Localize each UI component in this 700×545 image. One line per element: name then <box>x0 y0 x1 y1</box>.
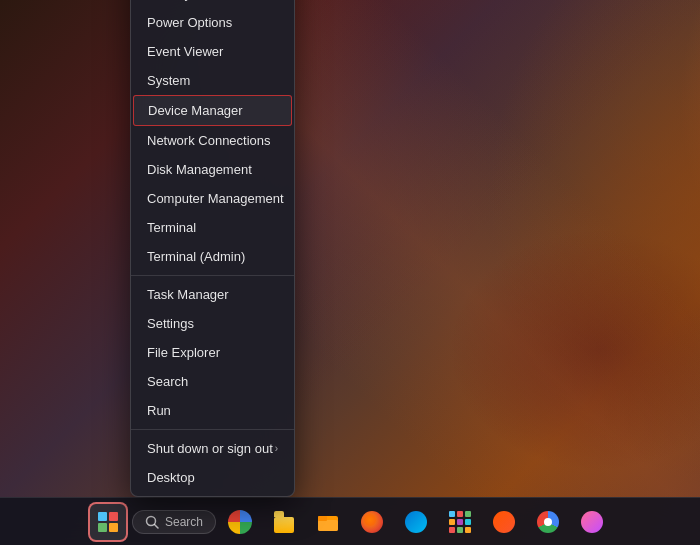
desktop-background <box>0 0 700 545</box>
menu-item-power-options[interactable]: Power Options <box>131 8 294 37</box>
menu-item-computer-management[interactable]: Computer Management <box>131 184 294 213</box>
arc-icon <box>581 511 603 533</box>
menu-item-disk-management[interactable]: Disk Management <box>131 155 294 184</box>
search-icon <box>145 515 159 529</box>
google-icon <box>228 510 252 534</box>
taskbar-items: Search <box>88 502 612 542</box>
apps-grid-icon <box>449 511 471 533</box>
menu-item-run[interactable]: Run <box>131 396 294 425</box>
taskbar-item-chrome[interactable] <box>528 502 568 542</box>
taskbar-item-arc[interactable] <box>572 502 612 542</box>
menu-item-event-viewer[interactable]: Event Viewer <box>131 37 294 66</box>
file-manager-icon <box>273 511 295 533</box>
chrome-icon <box>537 511 559 533</box>
menu-item-network-connections[interactable]: Network Connections <box>131 126 294 155</box>
menu-item-terminal[interactable]: Terminal <box>131 213 294 242</box>
submenu-chevron-icon: › <box>275 443 278 454</box>
files-icon <box>317 511 339 533</box>
menu-item-system[interactable]: System <box>131 66 294 95</box>
menu-item-task-manager[interactable]: Task Manager <box>131 280 294 309</box>
taskbar-item-firefox[interactable] <box>352 502 392 542</box>
search-label: Search <box>165 515 203 529</box>
menu-item-desktop[interactable]: Desktop <box>131 463 294 492</box>
menu-item-terminal-admin[interactable]: Terminal (Admin) <box>131 242 294 271</box>
taskbar-search[interactable]: Search <box>132 510 216 534</box>
svg-line-1 <box>154 524 158 528</box>
taskbar-item-brave[interactable] <box>484 502 524 542</box>
menu-item-mobility-center[interactable]: Mobility Center <box>131 0 294 8</box>
menu-item-file-explorer[interactable]: File Explorer <box>131 338 294 367</box>
taskbar-item-apps[interactable] <box>440 502 480 542</box>
menu-separator <box>131 275 294 276</box>
taskbar-item-files[interactable] <box>308 502 348 542</box>
menu-item-device-manager[interactable]: Device Manager <box>133 95 292 126</box>
taskbar-item-colorful[interactable] <box>220 502 260 542</box>
firefox-icon <box>361 511 383 533</box>
menu-item-search[interactable]: Search <box>131 367 294 396</box>
taskbar: Search <box>0 497 700 545</box>
windows-icon <box>98 512 118 532</box>
svg-rect-3 <box>318 520 338 531</box>
start-button[interactable] <box>88 502 128 542</box>
taskbar-item-file-manager[interactable] <box>264 502 304 542</box>
menu-separator <box>131 429 294 430</box>
menu-item-settings[interactable]: Settings <box>131 309 294 338</box>
context-menu: Installed appsMobility CenterPower Optio… <box>130 0 295 497</box>
menu-item-shutdown-signout[interactable]: Shut down or sign out› <box>131 434 294 463</box>
brave-icon <box>493 511 515 533</box>
taskbar-item-edge[interactable] <box>396 502 436 542</box>
edge-icon <box>405 511 427 533</box>
svg-rect-4 <box>318 516 327 521</box>
